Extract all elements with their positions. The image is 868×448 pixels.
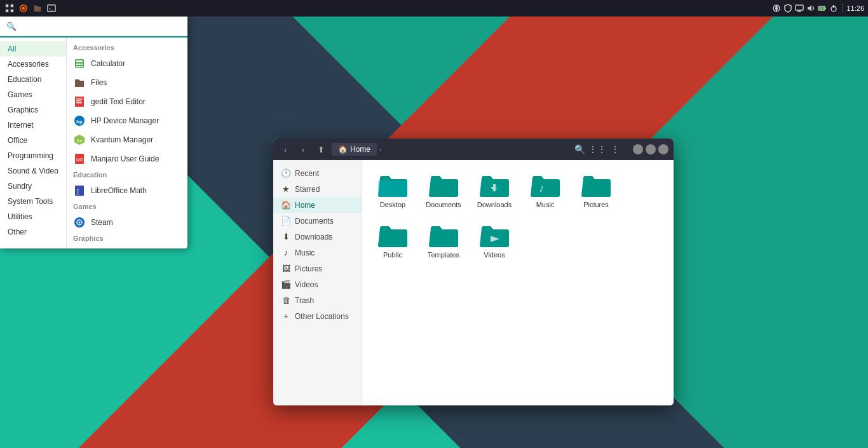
downloads-icon: ⬇: [281, 232, 291, 241]
breadcrumb-home-button[interactable]: 🏠 Home: [332, 143, 377, 156]
files-icon[interactable]: [32, 3, 43, 14]
category-other[interactable]: Other: [0, 224, 66, 240]
category-all[interactable]: All: [0, 41, 66, 57]
documents-folder-label: Documents: [426, 201, 461, 209]
category-system-tools[interactable]: System Tools: [0, 194, 66, 209]
desktop-folder-icon: [377, 172, 408, 198]
svg-rect-28: [76, 100, 81, 102]
section-header-games: Games: [67, 200, 187, 213]
display-icon[interactable]: [795, 4, 804, 13]
view-options-button[interactable]: ⋮⋮: [590, 142, 605, 157]
terminal-icon[interactable]: >_: [46, 3, 57, 14]
folder-templates[interactable]: Templates: [421, 218, 466, 263]
volume-icon[interactable]: [806, 4, 815, 13]
svg-rect-24: [79, 66, 81, 67]
recent-icon: 🕐: [281, 168, 291, 178]
battery-icon[interactable]: [818, 4, 827, 13]
libreoffice-math-icon: ∑: [73, 184, 86, 197]
sidebar-item-downloads[interactable]: ⬇ Downloads: [273, 229, 362, 245]
kvantum-icon: Kv: [73, 133, 86, 146]
svg-rect-15: [819, 7, 824, 10]
app-libreoffice-math-label: LibreOffice Math: [91, 186, 147, 195]
gedit-icon: [73, 95, 86, 108]
category-internet[interactable]: Internet: [0, 118, 66, 133]
taskbar-right: 11:26: [772, 4, 864, 13]
category-utilities[interactable]: Utilities: [0, 209, 66, 224]
sidebar-other-locations-label: Other Locations: [295, 312, 349, 321]
shield-icon[interactable]: [783, 4, 792, 13]
apps-grid-icon[interactable]: [4, 3, 15, 14]
titlebar-actions: 🔍 ⋮⋮ ⋮ – □ ×: [572, 142, 668, 157]
sidebar-item-home[interactable]: 🏠 Home: [273, 197, 362, 213]
nav-forward-button[interactable]: ›: [296, 142, 310, 156]
sidebar-item-starred[interactable]: ★ Starred: [273, 181, 362, 197]
app-hp-label: HP Device Manager: [91, 116, 159, 125]
sidebar-item-music[interactable]: ♪ Music: [273, 245, 362, 261]
search-button[interactable]: 🔍: [572, 142, 587, 157]
breadcrumb: 🏠 Home ›: [332, 143, 568, 156]
svg-rect-27: [76, 98, 83, 100]
app-steam[interactable]: Steam: [67, 213, 187, 232]
folder-music[interactable]: ♪ Music: [522, 168, 568, 213]
window-close-button[interactable]: ×: [658, 144, 668, 154]
hp-icon: hp: [73, 114, 86, 127]
category-office[interactable]: Office: [0, 133, 66, 148]
videos-icon: 🎬: [281, 280, 291, 289]
folder-pictures[interactable]: Pictures: [573, 168, 619, 213]
nav-up-button[interactable]: ⬆: [314, 142, 328, 156]
window-maximize-button[interactable]: □: [646, 144, 656, 154]
starred-icon: ★: [281, 184, 291, 194]
category-games[interactable]: Games: [0, 87, 66, 102]
firefox-icon[interactable]: [18, 3, 29, 14]
steam-icon: [73, 216, 86, 229]
folder-desktop[interactable]: Desktop: [370, 168, 416, 213]
menu-apps-list: Accessories Calculator Files gedit Text …: [67, 37, 187, 248]
sidebar-downloads-label: Downloads: [295, 233, 332, 241]
app-gedit[interactable]: gedit Text Editor: [67, 92, 187, 111]
svg-text:hp: hp: [76, 119, 83, 125]
category-education[interactable]: Education: [0, 72, 66, 87]
menu-button[interactable]: ⋮: [607, 142, 623, 157]
app-kvantum[interactable]: Kv Kvantum Manager: [67, 130, 187, 149]
category-programming[interactable]: Programming: [0, 148, 66, 163]
app-libreoffice-math[interactable]: ∑ LibreOffice Math: [67, 181, 187, 200]
svg-rect-41: [378, 180, 407, 197]
app-menu: 🔍 All Accessories Education Games Graphi…: [0, 17, 187, 248]
manjaro-guide-icon: MG: [73, 153, 86, 165]
category-sound-video[interactable]: Sound & Video: [0, 163, 66, 179]
app-hp[interactable]: hp HP Device Manager: [67, 111, 187, 130]
sidebar-item-other-locations[interactable]: + Other Locations: [273, 308, 362, 324]
category-sundry[interactable]: Sundry: [0, 179, 66, 194]
folder-videos[interactable]: Videos: [471, 218, 517, 263]
sidebar-item-pictures[interactable]: 🖼 Pictures: [273, 261, 362, 276]
window-minimize-button[interactable]: –: [633, 144, 643, 154]
network-icon[interactable]: [772, 4, 781, 13]
sidebar-item-trash[interactable]: 🗑 Trash: [273, 292, 362, 308]
app-calculator[interactable]: Calculator: [67, 54, 187, 73]
sidebar-trash-label: Trash: [295, 296, 314, 305]
trash-icon: 🗑: [281, 295, 291, 305]
folder-documents[interactable]: Documents: [421, 168, 466, 213]
nav-back-button[interactable]: ‹: [278, 142, 292, 156]
sidebar-item-videos[interactable]: 🎬 Videos: [273, 276, 362, 292]
folder-downloads[interactable]: Downloads: [471, 168, 517, 213]
files-app-icon: [73, 76, 86, 89]
category-accessories[interactable]: Accessories: [0, 57, 66, 72]
app-manjaro-guide[interactable]: MG Manjaro User Guide: [67, 149, 187, 168]
search-input[interactable]: [22, 22, 181, 31]
home-icon: 🏠: [338, 145, 348, 154]
svg-text:MG: MG: [76, 158, 83, 162]
sidebar-item-recent[interactable]: 🕐 Recent: [273, 165, 362, 181]
documents-icon: 📄: [281, 216, 291, 226]
power-icon[interactable]: [829, 4, 838, 13]
documents-folder-icon: [428, 172, 459, 198]
folder-public[interactable]: Public: [370, 218, 416, 263]
file-manager-window: ‹ › ⬆ 🏠 Home › 🔍 ⋮⋮ ⋮ – □ × 🕐 Recent: [273, 139, 674, 405]
app-steam-label: Steam: [91, 218, 113, 227]
pictures-folder-label: Pictures: [583, 201, 609, 209]
calculator-icon: [73, 57, 86, 70]
sidebar-item-documents[interactable]: 📄 Documents: [273, 213, 362, 229]
category-graphics[interactable]: Graphics: [0, 102, 66, 118]
app-files[interactable]: Files: [67, 73, 187, 92]
pictures-icon: 🖼: [281, 264, 291, 273]
